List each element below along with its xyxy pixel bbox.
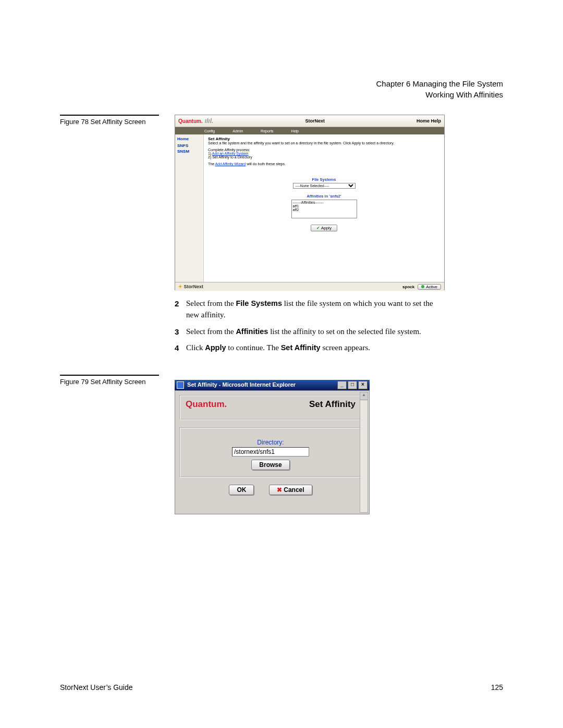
- dialog-body: ▲ Quantum. Set Affinity Directory: Brows…: [175, 390, 370, 514]
- rule: [60, 115, 159, 116]
- affinities-label: Affinities in 'snfs2': [283, 194, 366, 199]
- menu-admin[interactable]: Admin: [232, 129, 243, 133]
- status-pill: Active: [418, 284, 441, 290]
- scrollbar[interactable]: ▲: [360, 392, 368, 513]
- step-num: 2: [175, 298, 186, 321]
- panel-instructions: Select a file system and the affinity yo…: [208, 141, 440, 145]
- step-num: 3: [175, 326, 186, 338]
- running-header: Chapter 6 Managing the File System Worki…: [376, 78, 503, 100]
- aff-item-1[interactable]: aff1: [293, 204, 356, 208]
- dialog-button-row: OK Cancel: [179, 485, 362, 495]
- figure79-screenshot: Set Affinity - Microsoft Internet Explor…: [175, 380, 370, 514]
- step-text: Click Apply to continue. The Set Affinit…: [186, 342, 370, 354]
- filesystems-block: File Systems ----None Selected----: [283, 177, 366, 189]
- menu-config[interactable]: Config: [204, 129, 215, 133]
- figure78-caption-block: Figure 78 Set Affinity Screen: [60, 115, 159, 126]
- step-text: Select from the File Systems list the fi…: [186, 298, 444, 321]
- scroll-up-icon[interactable]: ▲: [360, 392, 368, 400]
- main-menubar: Config Admin Reports Help: [175, 127, 444, 134]
- wizard-link[interactable]: Add Affinity Wizard: [215, 162, 246, 166]
- document-page: Chapter 6 Managing the File System Worki…: [0, 0, 563, 728]
- logo-graphic: ılıl.: [205, 117, 214, 125]
- app-topbar: Quantum. ılıl. StorNext Home Help: [175, 115, 444, 127]
- wizard-note: The Add Affinity Wizard will do both the…: [208, 162, 440, 166]
- ie-icon: [177, 381, 184, 389]
- affinities-block: Affinities in 'snfs2' -------Affinities-…: [283, 194, 366, 218]
- app-title: StorNext: [213, 118, 417, 124]
- sidebar-snsm[interactable]: SNSM: [177, 149, 201, 154]
- footer-page-number: 125: [491, 683, 503, 692]
- brand-logo: Quantum. ılıl.: [178, 117, 213, 125]
- directory-label: Directory:: [186, 439, 356, 446]
- brand-logo: Quantum.: [186, 399, 227, 410]
- sidebar: Home SNFS SNSM: [175, 134, 203, 282]
- window-buttons: _ □ ×: [336, 381, 368, 389]
- figure78-screenshot: Quantum. ılıl. StorNext Home Help Config…: [175, 115, 445, 290]
- status-bar: ✦ StorNext spock Active: [175, 282, 444, 291]
- ok-button[interactable]: OK: [229, 485, 254, 495]
- cancel-button[interactable]: Cancel: [269, 485, 312, 495]
- step-2: 2 Select from the File Systems list the …: [175, 298, 444, 321]
- step-text: Select from the Affinities list the affi…: [186, 326, 421, 338]
- window-title: Set Affinity - Microsoft Internet Explor…: [177, 381, 296, 389]
- figure78-caption: Figure 78 Set Affinity Screen: [60, 118, 159, 126]
- app-body: Home SNFS SNSM Set Affinity Select a fil…: [175, 134, 444, 282]
- directory-panel: Directory: Browse: [179, 427, 362, 477]
- maximize-button[interactable]: □: [348, 381, 357, 389]
- filesystems-select[interactable]: ----None Selected----: [293, 183, 356, 189]
- browse-button[interactable]: Browse: [251, 460, 289, 470]
- main-panel: Set Affinity Select a file system and th…: [203, 134, 444, 282]
- step-list: 2 Select from the File Systems list the …: [175, 298, 444, 359]
- dialog-heading: Set Affinity: [309, 399, 356, 410]
- directory-input[interactable]: [232, 447, 309, 456]
- menu-reports[interactable]: Reports: [261, 129, 274, 133]
- chapter-title: Chapter 6 Managing the File System: [376, 78, 503, 89]
- home-help-links[interactable]: Home Help: [417, 118, 441, 124]
- section-title: Working With Affinities: [376, 89, 503, 100]
- status-dot-icon: [421, 285, 424, 288]
- apply-button[interactable]: Apply: [311, 225, 337, 231]
- filesystems-label: File Systems: [283, 177, 366, 182]
- footer-logo: ✦ StorNext: [178, 284, 203, 289]
- status-text: Active: [426, 285, 437, 289]
- status-right: spock Active: [402, 284, 441, 290]
- host-name: spock: [402, 285, 414, 289]
- process-step2: 2) Set Affinity to a Directory: [208, 155, 440, 159]
- add-affinity-link[interactable]: Add an Affinity System: [212, 152, 249, 155]
- close-button[interactable]: ×: [358, 381, 368, 389]
- sidebar-home[interactable]: Home: [177, 137, 201, 141]
- step-4: 4 Click Apply to continue. The Set Affin…: [175, 342, 444, 354]
- process-label: Complete Affinity process:: [208, 148, 440, 152]
- process-step1: 1) Add an Affinity System: [208, 152, 440, 155]
- figure79-caption: Figure 79 Set Affinity Screen: [60, 378, 159, 386]
- footer-doc-title: StorNext User’s Guide: [60, 683, 133, 692]
- step-3: 3 Select from the Affinities list the af…: [175, 326, 444, 338]
- affinities-listbox[interactable]: -------Affinities------- aff1 aff2: [291, 200, 357, 218]
- minimize-button[interactable]: _: [337, 381, 347, 389]
- aff-head: -------Affinities-------: [293, 201, 356, 204]
- step-num: 4: [175, 342, 186, 354]
- header-panel: Quantum. Set Affinity: [179, 395, 362, 420]
- brand-text: Quantum.: [178, 118, 203, 124]
- rule: [60, 375, 159, 376]
- figure79-caption-block: Figure 79 Set Affinity Screen: [60, 375, 159, 386]
- sidebar-snfs[interactable]: SNFS: [177, 143, 201, 148]
- menu-help[interactable]: Help: [291, 129, 299, 133]
- panel-heading: Set Affinity: [208, 137, 440, 141]
- window-titlebar: Set Affinity - Microsoft Internet Explor…: [175, 380, 370, 390]
- aff-item-2[interactable]: aff2: [293, 208, 356, 212]
